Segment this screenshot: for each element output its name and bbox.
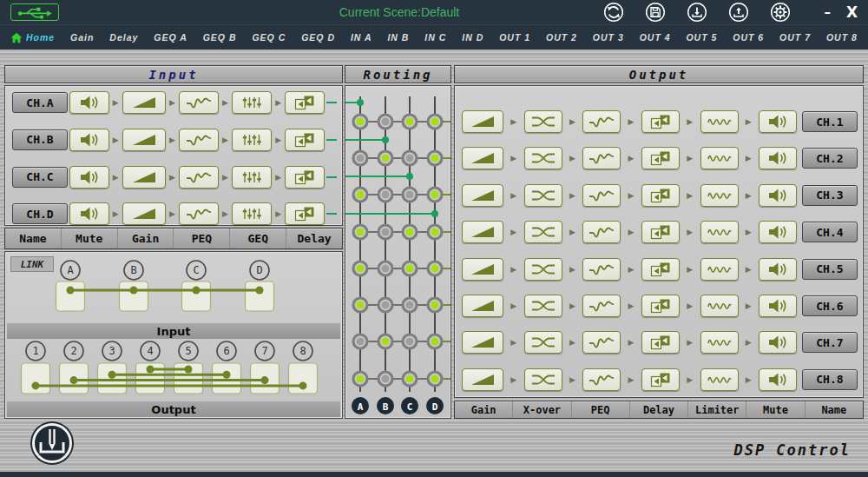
routing-node-A-out7[interactable]	[353, 335, 367, 348]
delay-button[interactable]	[641, 331, 680, 354]
mute-button[interactable]	[759, 221, 797, 243]
tab-out-7[interactable]: OUT 7	[779, 32, 811, 43]
delay-button[interactable]	[641, 258, 680, 281]
xover-button[interactable]	[524, 295, 562, 317]
xover-button[interactable]	[524, 221, 562, 243]
tab-in-b[interactable]: IN B	[387, 32, 409, 43]
delay-button[interactable]	[641, 368, 680, 391]
download-button[interactable]	[687, 2, 707, 23]
channel-label-button[interactable]: CH.1	[802, 111, 858, 132]
routing-node-A-out1[interactable]	[353, 115, 367, 129]
mute-button[interactable]	[759, 184, 797, 207]
routing-node-A-out4[interactable]	[353, 225, 367, 239]
gain-button[interactable]	[462, 295, 503, 317]
routing-node-C-out8[interactable]	[403, 372, 417, 386]
routing-node-D-out3[interactable]	[428, 188, 442, 202]
peq-button[interactable]	[582, 368, 621, 391]
tab-geq-d[interactable]: GEQ D	[301, 32, 335, 43]
routing-node-C-out5[interactable]	[403, 262, 417, 275]
gain-button[interactable]	[462, 258, 503, 281]
channel-label-button[interactable]: CH.3	[802, 185, 858, 206]
mute-button[interactable]	[69, 166, 109, 189]
tab-out-3[interactable]: OUT 3	[593, 32, 624, 43]
tab-in-c[interactable]: IN C	[424, 32, 446, 43]
gain-button[interactable]	[462, 184, 503, 207]
delay-button[interactable]	[285, 91, 325, 114]
peq-button[interactable]	[582, 110, 621, 133]
routing-node-D-out1[interactable]	[428, 115, 442, 129]
peq-button[interactable]	[582, 258, 621, 281]
channel-label-button[interactable]: CH.6	[802, 295, 858, 316]
routing-node-C-out4[interactable]	[403, 225, 417, 239]
channel-label-button[interactable]: CH.D	[12, 203, 68, 224]
tab-delay[interactable]: Delay	[109, 32, 138, 43]
routing-node-C-out1[interactable]	[403, 115, 417, 129]
tab-out-5[interactable]: OUT 5	[686, 32, 717, 43]
routing-node-D-out6[interactable]	[428, 298, 442, 312]
delay-button[interactable]	[285, 129, 325, 151]
link-input-button-A[interactable]	[56, 282, 85, 311]
tab-geq-a[interactable]: GEQ A	[154, 32, 187, 43]
gain-button[interactable]	[122, 91, 166, 114]
routing-node-C-out6[interactable]	[403, 298, 417, 312]
gain-button[interactable]	[462, 331, 503, 354]
delay-button[interactable]	[641, 147, 680, 169]
routing-node-A-out6[interactable]	[353, 298, 367, 312]
geq-button[interactable]	[232, 166, 272, 189]
tab-out-6[interactable]: OUT 6	[733, 32, 764, 43]
xover-button[interactable]	[524, 331, 562, 354]
gain-button[interactable]	[462, 147, 503, 169]
routing-node-B-out5[interactable]	[378, 262, 392, 275]
routing-node-A-out5[interactable]	[353, 262, 367, 275]
tab-in-a[interactable]: IN A	[351, 32, 372, 43]
channel-label-button[interactable]: CH.A	[12, 92, 68, 113]
routing-node-B-out8[interactable]	[378, 372, 392, 386]
gain-button[interactable]	[462, 221, 503, 243]
tab-home[interactable]: Home	[10, 32, 55, 43]
peq-button[interactable]	[179, 91, 219, 114]
geq-button[interactable]	[232, 91, 272, 114]
peq-button[interactable]	[582, 184, 621, 207]
peq-button[interactable]	[179, 166, 219, 189]
limiter-button[interactable]	[700, 184, 739, 207]
routing-node-C-out2[interactable]	[403, 151, 417, 165]
peq-button[interactable]	[179, 129, 219, 151]
routing-node-D-out4[interactable]	[428, 225, 442, 239]
routing-node-A-out8[interactable]	[353, 372, 367, 386]
routing-node-D-out5[interactable]	[428, 262, 442, 275]
limiter-button[interactable]	[700, 110, 739, 133]
peq-button[interactable]	[582, 295, 621, 317]
routing-node-B-out6[interactable]	[378, 298, 392, 312]
tab-out-2[interactable]: OUT 2	[546, 32, 577, 43]
peq-button[interactable]	[179, 202, 219, 225]
delay-button[interactable]	[285, 166, 325, 189]
routing-node-C-out7[interactable]	[403, 335, 417, 348]
refresh-button[interactable]	[603, 2, 624, 23]
upload-button[interactable]	[728, 2, 749, 23]
peq-button[interactable]	[582, 147, 621, 169]
delay-button[interactable]	[285, 202, 325, 225]
geq-button[interactable]	[232, 202, 272, 225]
channel-label-button[interactable]: CH.4	[802, 222, 858, 242]
routing-node-D-out7[interactable]	[428, 335, 442, 348]
channel-label-button[interactable]: CH.B	[12, 129, 68, 150]
tab-geq-b[interactable]: GEQ B	[203, 32, 237, 43]
limiter-button[interactable]	[700, 331, 739, 354]
gain-button[interactable]	[462, 110, 503, 133]
mute-button[interactable]	[759, 258, 797, 281]
geq-button[interactable]	[232, 129, 272, 151]
channel-label-button[interactable]: CH.8	[802, 369, 858, 390]
limiter-button[interactable]	[700, 258, 739, 281]
tab-out-4[interactable]: OUT 4	[640, 32, 671, 43]
xover-button[interactable]	[524, 368, 562, 391]
routing-node-D-out8[interactable]	[428, 372, 442, 386]
peq-button[interactable]	[582, 331, 621, 354]
gain-button[interactable]	[122, 129, 166, 151]
limiter-button[interactable]	[700, 147, 739, 169]
gain-button[interactable]	[122, 166, 166, 189]
mute-button[interactable]	[69, 129, 109, 151]
xover-button[interactable]	[524, 258, 562, 281]
routing-node-C-out3[interactable]	[403, 188, 417, 202]
limiter-button[interactable]	[700, 221, 739, 243]
routing-node-B-out3[interactable]	[378, 188, 392, 202]
